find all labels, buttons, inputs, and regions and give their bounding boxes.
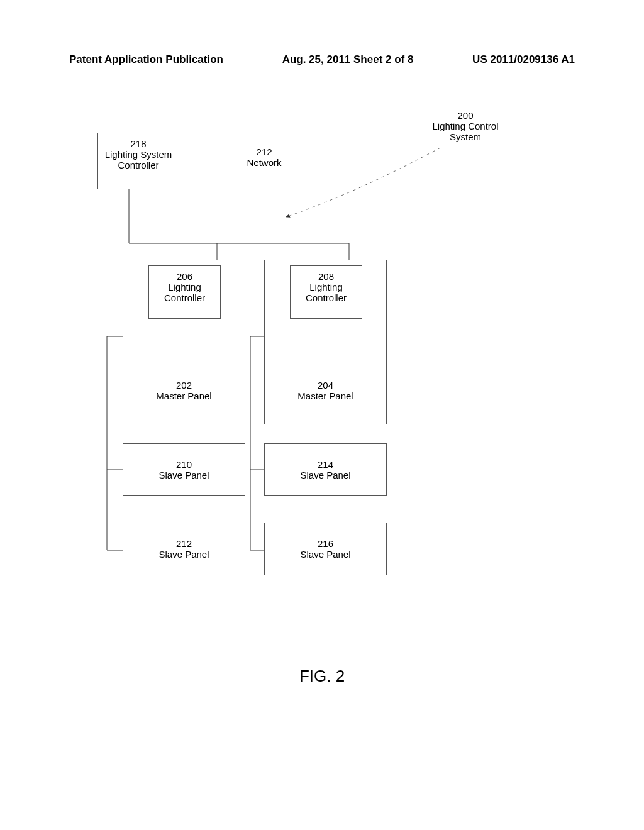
header-right: US 2011/0209136 A1: [472, 53, 575, 66]
label-text: Slave Panel: [270, 470, 381, 480]
label-text: Lighting Controller: [154, 282, 215, 303]
label-num: 208: [296, 271, 357, 282]
box-lighting-controller-208: 208 Lighting Controller: [290, 265, 362, 319]
label-text: Lighting Control System: [421, 121, 509, 142]
label-num: 216: [270, 538, 381, 549]
label-num: 218: [103, 138, 174, 149]
diagram: 218 Lighting System Controller 212 Netwo…: [69, 110, 572, 676]
label-num: 210: [128, 459, 240, 470]
box-slave-210: 210 Slave Panel: [123, 443, 245, 496]
box-master-panel-202: 206 Lighting Controller 202 Master Panel: [123, 260, 245, 424]
label-master-202: 202 Master Panel: [123, 380, 245, 401]
header-left: Patent Application Publication: [69, 53, 223, 66]
box-slave-216: 216 Slave Panel: [264, 523, 387, 575]
header-center: Aug. 25, 2011 Sheet 2 of 8: [282, 53, 414, 66]
box-slave-212: 212 Slave Panel: [123, 523, 245, 575]
figure-caption: FIG. 2: [0, 667, 644, 686]
label-text: Slave Panel: [128, 470, 240, 480]
label-text: Slave Panel: [270, 549, 381, 560]
label-master-204: 204 Master Panel: [265, 380, 386, 401]
label-network: 212 Network: [233, 147, 296, 168]
label-text: Lighting System Controller: [103, 149, 174, 170]
label-num: 214: [270, 459, 381, 470]
box-lighting-system-controller: 218 Lighting System Controller: [97, 133, 179, 189]
label-num: 200: [421, 110, 509, 121]
label-text: Lighting Controller: [296, 282, 357, 303]
label-text: Master Panel: [265, 390, 386, 401]
header: Patent Application Publication Aug. 25, …: [69, 53, 575, 66]
label-num: 212: [233, 147, 296, 157]
label-text: Network: [233, 157, 296, 168]
box-lighting-controller-206: 206 Lighting Controller: [148, 265, 221, 319]
label-num: 202: [123, 380, 245, 390]
label-text: Master Panel: [123, 390, 245, 401]
label-num: 206: [154, 271, 215, 282]
label-system: 200 Lighting Control System: [421, 110, 509, 142]
label-text: Slave Panel: [128, 549, 240, 560]
label-num: 204: [265, 380, 386, 390]
label-num: 212: [128, 538, 240, 549]
box-slave-214: 214 Slave Panel: [264, 443, 387, 496]
box-master-panel-204: 208 Lighting Controller 204 Master Panel: [264, 260, 387, 424]
